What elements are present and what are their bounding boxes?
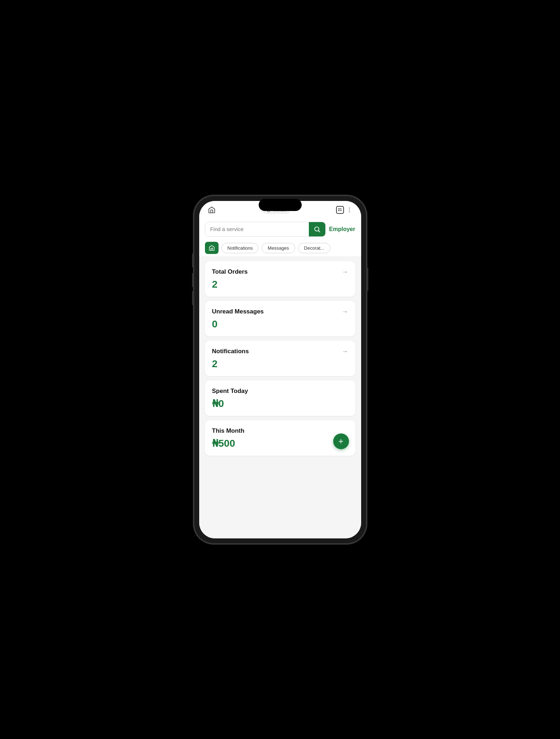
spent-today-title: Spent Today bbox=[212, 388, 248, 395]
main-content: Total Orders → 2 Unread Messages → 0 Not… bbox=[199, 257, 361, 538]
unread-messages-header: Unread Messages → bbox=[212, 308, 348, 316]
svg-point-4 bbox=[349, 211, 349, 212]
search-wrapper[interactable] bbox=[205, 222, 326, 237]
notifications-value: 2 bbox=[212, 358, 348, 370]
svg-line-6 bbox=[318, 230, 320, 232]
search-icon bbox=[313, 226, 321, 233]
nav-tab-messages[interactable]: Messages bbox=[262, 243, 295, 253]
status-bar-left bbox=[208, 206, 216, 214]
nav-home-icon bbox=[209, 245, 215, 251]
this-month-header: This Month bbox=[212, 427, 348, 435]
search-input[interactable] bbox=[205, 226, 309, 232]
add-fab-button[interactable]: + bbox=[333, 433, 349, 449]
nav-tab-notifications[interactable]: Notifications bbox=[221, 243, 259, 253]
unread-messages-title: Unread Messages bbox=[212, 308, 264, 315]
notifications-card: Notifications → 2 bbox=[205, 341, 355, 376]
this-month-title: This Month bbox=[212, 427, 245, 435]
tabs-count[interactable]: 21 bbox=[336, 206, 344, 214]
spent-today-value: ₦0 bbox=[212, 398, 348, 409]
notifications-header: Notifications → bbox=[212, 348, 348, 355]
plus-icon: + bbox=[338, 437, 343, 446]
unread-messages-arrow[interactable]: → bbox=[342, 308, 348, 316]
phone-screen: wkma... + 21 bbox=[199, 201, 361, 538]
notifications-title: Notifications bbox=[212, 348, 249, 355]
browser-bar: Employer bbox=[199, 219, 361, 240]
phone-frame: wkma... + 21 bbox=[194, 196, 366, 543]
nav-home-button[interactable] bbox=[205, 242, 219, 254]
spent-today-card: Spent Today ₦0 bbox=[205, 380, 355, 416]
svg-point-2 bbox=[349, 207, 349, 208]
spent-today-header: Spent Today bbox=[212, 388, 348, 395]
dynamic-island bbox=[259, 201, 302, 211]
search-button[interactable] bbox=[309, 222, 325, 237]
this-month-value: ₦500 bbox=[212, 437, 348, 449]
employer-button[interactable]: Employer bbox=[329, 226, 355, 232]
nav-tabs: Notifications Messages Decorat... bbox=[199, 240, 361, 257]
unread-messages-card: Unread Messages → 0 bbox=[205, 301, 355, 336]
total-orders-title: Total Orders bbox=[212, 268, 248, 275]
total-orders-header: Total Orders → bbox=[212, 268, 348, 276]
home-icon bbox=[208, 206, 216, 214]
nav-tab-decorat[interactable]: Decorat... bbox=[298, 243, 330, 253]
svg-point-3 bbox=[349, 209, 349, 210]
overflow-icon[interactable] bbox=[346, 207, 353, 213]
total-orders-arrow[interactable]: → bbox=[342, 268, 348, 276]
total-orders-card: Total Orders → 2 bbox=[205, 261, 355, 297]
notifications-arrow[interactable]: → bbox=[342, 348, 348, 355]
total-orders-value: 2 bbox=[212, 279, 348, 290]
this-month-card: This Month ₦500 + bbox=[205, 420, 355, 456]
unread-messages-value: 0 bbox=[212, 318, 348, 330]
status-bar-right: 21 bbox=[336, 206, 353, 214]
